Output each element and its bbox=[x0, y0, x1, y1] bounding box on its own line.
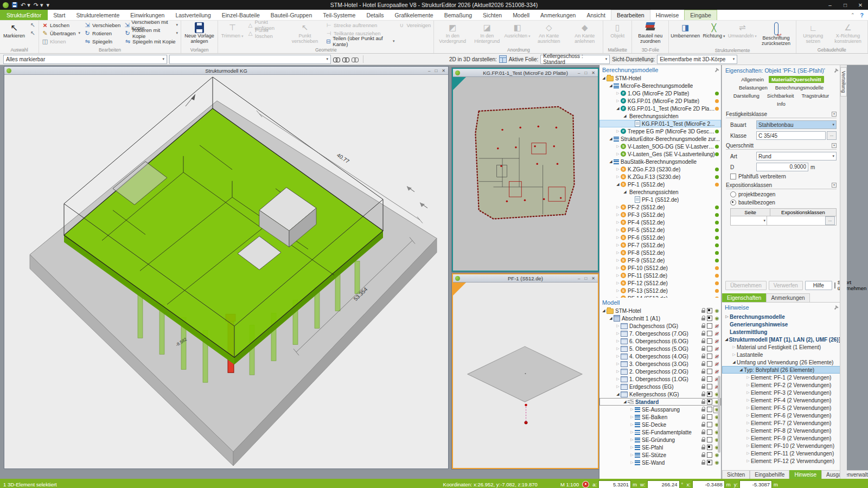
expander-icon[interactable]: ▷ bbox=[615, 346, 621, 351]
eye-icon[interactable]: ◉ bbox=[714, 361, 720, 367]
projektbezogen-radio[interactable] bbox=[730, 191, 736, 197]
maximize-button[interactable]: □ bbox=[838, 2, 853, 8]
expander-icon[interactable]: ▷ bbox=[745, 459, 751, 463]
visibility-checkbox[interactable] bbox=[707, 376, 712, 382]
visibility-checkbox[interactable] bbox=[707, 331, 712, 336]
expander-icon[interactable]: ▷ bbox=[615, 228, 621, 232]
eye-icon[interactable]: ◉ bbox=[714, 338, 720, 344]
expander-icon[interactable]: ▷ bbox=[615, 175, 621, 179]
bauart-combo[interactable]: Stahlbetonbau▾ bbox=[756, 120, 837, 129]
viewport-maximize-icon[interactable]: □ bbox=[584, 276, 587, 281]
hinweis-item[interactable]: ▷Element: PF-3 (2 Verwendungen) bbox=[722, 389, 840, 396]
richtung-button[interactable]: ╳Richtung▾ bbox=[701, 21, 727, 40]
ribbon-collapse-icon[interactable]: ⌃ bbox=[851, 12, 855, 18]
tree-item[interactable]: ▷SE-Aussparung◉ bbox=[599, 406, 721, 413]
d-input[interactable]: 0.9000 bbox=[756, 163, 808, 171]
verwerfen-button[interactable]: Verwerfen bbox=[769, 281, 803, 290]
tree-item[interactable]: ▷2. Obergeschoss (2.OG)◉ bbox=[599, 368, 721, 375]
tree-item[interactable]: ▷SPF-6 (S512.de) bbox=[599, 234, 721, 241]
hinweis-item[interactable]: ▷Lastanteile bbox=[722, 351, 840, 358]
eig-tab-darstellung[interactable]: Darstellung bbox=[731, 92, 762, 99]
eye-icon[interactable]: ◉ bbox=[714, 354, 720, 359]
tracking-mode-icon[interactable] bbox=[582, 481, 589, 488]
expander-icon[interactable]: ▷ bbox=[615, 369, 621, 374]
lock-icon[interactable] bbox=[701, 371, 705, 374]
expander-icon[interactable]: ▷ bbox=[615, 91, 621, 95]
modell-tree[interactable]: ◢STM-Hotel◉◢Abschnitt 1 (A1)◉▷Dachgescho… bbox=[599, 307, 721, 479]
eye-icon[interactable]: ◉ bbox=[714, 331, 720, 337]
tree-item[interactable]: ▷4. Obergeschoss (4.OG)◉ bbox=[599, 352, 721, 360]
hinweis-item[interactable]: ▷Element: PF-10 (2 Verwendungen) bbox=[722, 442, 840, 450]
hinweis-item[interactable]: ▷Element: PF-9 (2 Verwendungen) bbox=[722, 434, 840, 442]
tree-item[interactable]: ▷SPF-5 (S512.de) bbox=[599, 226, 721, 234]
field-a-input[interactable]: 5.3201 bbox=[598, 480, 631, 488]
group-collapse-icon[interactable]: ▾ bbox=[832, 183, 837, 188]
viewport-strukturmodell-titlebar[interactable]: Strukturmodell KG ‒ □ ✕ bbox=[4, 67, 448, 75]
viewport-plan-titlebar[interactable]: KG.FP.01-1_Test (MicroFe 2D Platte) ‒ □ … bbox=[453, 69, 598, 77]
tab-ansicht[interactable]: Ansicht bbox=[581, 10, 610, 20]
expander-icon[interactable]: ▷ bbox=[615, 266, 621, 270]
hinweis-item[interactable]: ▷Element: PF-2 (2 Verwendungen) bbox=[722, 381, 840, 389]
expander-icon[interactable]: ▷ bbox=[615, 213, 621, 217]
expander-icon[interactable]: ◢ bbox=[622, 400, 628, 404]
expander-icon[interactable]: ◢ bbox=[615, 106, 621, 111]
lock-icon[interactable] bbox=[701, 363, 705, 366]
eig-tab-info[interactable]: Info bbox=[774, 100, 788, 107]
tree-item[interactable]: ▷F1.OG (MicroFe 2D Platte) bbox=[599, 89, 721, 97]
lock-icon[interactable] bbox=[701, 356, 705, 358]
expander-icon[interactable]: ◢ bbox=[615, 182, 621, 187]
collapsed-panel-tab[interactable]: Verteilung bbox=[840, 67, 847, 97]
tree-item[interactable]: ▷SPF-9 (S512.de) bbox=[599, 256, 721, 264]
expander-icon[interactable]: ▷ bbox=[745, 444, 751, 448]
expander-icon[interactable]: ▷ bbox=[629, 453, 635, 457]
tree-item[interactable]: ◢Standard◉ bbox=[599, 398, 721, 406]
tree-item[interactable]: ▷6. Obergeschoss (6.OG)◉ bbox=[599, 337, 721, 345]
tree-item[interactable]: ▷SK.ZGu.F.13 (S230.de) bbox=[599, 173, 721, 181]
teilen-über-punkt-auf-kante--button[interactable]: ⊟Teilen (über Punkt auf Kante)▾ bbox=[324, 37, 396, 45]
viewport-pile[interactable]: PF-1 (S512.de) ‒ □ ✕ bbox=[452, 273, 599, 469]
eig-tab-allgemein[interactable]: Allgemein bbox=[738, 76, 767, 83]
pin-icon[interactable] bbox=[832, 304, 839, 311]
expander-icon[interactable]: ▷ bbox=[724, 314, 730, 319]
cursor-add-icon-button[interactable]: ↖ bbox=[28, 21, 37, 29]
eig-tab-tragstruktur[interactable]: Tragstruktur bbox=[799, 92, 832, 99]
visibility-checkbox[interactable] bbox=[707, 361, 712, 367]
lock-icon[interactable] bbox=[701, 378, 705, 381]
expander-icon[interactable]: ▷ bbox=[615, 152, 621, 156]
tab-bauteil-gruppen[interactable]: Bauteil-Gruppen bbox=[265, 10, 317, 20]
übertragen-button[interactable]: ✎Übertragen▾ bbox=[40, 29, 82, 37]
hinweis-item[interactable]: Lastermittlung bbox=[722, 328, 840, 336]
eig-tab-material-querschnitt[interactable]: Material/Querschnitt bbox=[769, 76, 824, 83]
beschriftung-zurücksetzen-button[interactable]: Beschriftung zurücksetzen bbox=[758, 21, 795, 48]
viewport-maximize-icon[interactable]: □ bbox=[584, 70, 587, 75]
expander-icon[interactable]: ▷ bbox=[615, 144, 621, 149]
eye-icon[interactable]: ◉ bbox=[714, 460, 720, 466]
visibility-checkbox[interactable] bbox=[707, 437, 712, 442]
tree-item[interactable]: ▷Dachgeschoss (DG)◉ bbox=[599, 322, 721, 330]
tree-item[interactable]: ▷SE-Gründung◉ bbox=[599, 436, 721, 444]
pfahlfuss-checkbox[interactable] bbox=[730, 174, 736, 179]
tab-hinweise[interactable]: Hinweise bbox=[650, 10, 685, 20]
zoom-search-icon[interactable] bbox=[342, 57, 349, 62]
hinweis-item[interactable]: Generierungshinweise bbox=[722, 320, 840, 328]
lock-icon[interactable] bbox=[701, 386, 705, 389]
viewport-pile-titlebar[interactable]: PF-1 (S512.de) ‒ □ ✕ bbox=[453, 274, 598, 282]
group-collapse-icon[interactable]: ▾ bbox=[832, 112, 837, 117]
tree-item[interactable]: ◢STM-Hotel bbox=[599, 74, 721, 82]
viewport-minimize-icon[interactable]: ‒ bbox=[578, 276, 580, 281]
expander-icon[interactable]: ◢ bbox=[622, 114, 628, 118]
expander-icon[interactable]: ◢ bbox=[738, 368, 744, 372]
löschen-button[interactable]: ×Löschen bbox=[40, 21, 82, 29]
visibility-checkbox[interactable] bbox=[707, 323, 712, 329]
tree-item[interactable]: ▷Erdgeschoss (EG)◉ bbox=[599, 383, 721, 390]
2d-in-3d-toggle-icon[interactable] bbox=[499, 55, 507, 63]
eig-tab-berechnungsmodelle[interactable]: Berechnungsmodelle bbox=[773, 84, 826, 91]
tree-item[interactable]: ▷SE-Decke◉ bbox=[599, 421, 721, 428]
expander-icon[interactable]: ◢ bbox=[601, 309, 607, 313]
expander-icon[interactable]: ▷ bbox=[731, 352, 737, 357]
eye-icon[interactable]: ◉ bbox=[714, 452, 720, 458]
tree-item[interactable]: ▷SK.ZGo.F.23 (S230.de) bbox=[599, 165, 721, 173]
tab-hinweise[interactable]: Hinweise bbox=[789, 470, 821, 479]
expander-icon[interactable]: ▷ bbox=[615, 205, 621, 209]
expander-icon[interactable]: ▷ bbox=[745, 436, 751, 440]
